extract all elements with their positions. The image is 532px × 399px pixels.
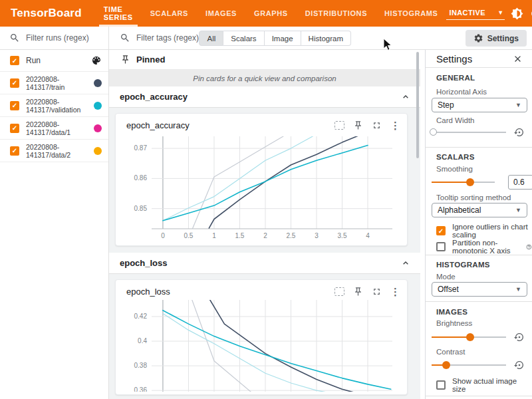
settings-panel-header: Settings bbox=[426, 50, 532, 67]
reset-icon[interactable] bbox=[514, 332, 525, 342]
chevron-up-icon[interactable] bbox=[400, 258, 411, 269]
card-actions: ⋮ bbox=[334, 120, 400, 130]
help-icon[interactable] bbox=[526, 243, 532, 251]
more-menu-icon[interactable]: ⋮ bbox=[390, 121, 400, 130]
run-color-dot bbox=[94, 102, 102, 110]
fullscreen-icon[interactable] bbox=[372, 287, 382, 297]
svg-text:1: 1 bbox=[212, 232, 216, 239]
fit-domain-icon[interactable] bbox=[334, 287, 344, 296]
cards-main-area: Pinned Pin cards for a quick view and co… bbox=[109, 50, 420, 399]
brightness-slider[interactable] bbox=[432, 332, 506, 342]
svg-text:0.87: 0.87 bbox=[134, 144, 148, 152]
chevron-down-icon: ▼ bbox=[515, 286, 521, 293]
filter-histogram-button[interactable]: Histogram bbox=[301, 31, 351, 46]
run-name: 20220808-141317/train bbox=[26, 75, 65, 91]
runs-header-row: Run bbox=[0, 50, 108, 72]
partition-x-axis-checkbox[interactable] bbox=[436, 242, 446, 251]
filter-image-button[interactable]: Image bbox=[265, 31, 301, 46]
histogram-mode-label: Mode bbox=[436, 273, 456, 281]
ignore-outliers-checkbox[interactable] bbox=[436, 226, 446, 235]
run-row-data-1[interactable]: 20220808-141317/data/1 bbox=[0, 117, 108, 140]
tab-histograms[interactable]: HISTOGRAMS bbox=[376, 0, 446, 27]
show-actual-size-checkbox[interactable] bbox=[436, 380, 446, 390]
epoch-accuracy-chart[interactable]: 00.511.522.533.540.850.860.87 bbox=[116, 134, 395, 243]
search-icon bbox=[120, 33, 130, 43]
horizontal-axis-label: Horizontal Axis bbox=[436, 88, 487, 96]
tab-scalars[interactable]: SCALARS bbox=[142, 0, 197, 27]
more-menu-icon[interactable]: ⋮ bbox=[390, 287, 400, 296]
images-heading: IMAGES bbox=[436, 308, 467, 316]
status-dropdown[interactable]: INACTIVE ▼ bbox=[446, 7, 505, 20]
chevron-down-icon: ▼ bbox=[497, 9, 503, 16]
palette-icon[interactable] bbox=[91, 55, 102, 66]
chevron-up-icon[interactable] bbox=[400, 92, 411, 102]
histogram-mode-value: Offset bbox=[438, 285, 459, 294]
card-title: epoch_loss bbox=[126, 287, 170, 297]
svg-text:1.5: 1.5 bbox=[235, 232, 245, 239]
section-epoch-loss[interactable]: epoch_loss bbox=[109, 253, 420, 274]
theme-brightness-icon[interactable] bbox=[511, 7, 523, 20]
reset-icon[interactable] bbox=[514, 360, 525, 370]
card-actions: ⋮ bbox=[334, 287, 400, 297]
card-width-slider[interactable] bbox=[432, 128, 506, 137]
run-checkbox[interactable] bbox=[10, 146, 19, 156]
select-all-runs-checkbox[interactable] bbox=[10, 56, 19, 65]
horizontal-axis-select[interactable]: Step ▼ bbox=[432, 98, 527, 112]
svg-text:0.85: 0.85 bbox=[134, 205, 148, 212]
tensorboard-logo: TensorBoard bbox=[0, 7, 95, 20]
smoothing-slider[interactable] bbox=[432, 178, 495, 187]
contrast-slider[interactable] bbox=[432, 360, 506, 370]
run-checkbox[interactable] bbox=[10, 124, 19, 133]
gear-icon bbox=[473, 33, 483, 43]
reset-icon[interactable] bbox=[514, 127, 525, 138]
general-heading: GENERAL bbox=[436, 74, 475, 82]
refresh-icon[interactable] bbox=[529, 7, 532, 20]
section-epoch-accuracy[interactable]: epoch_accuracy bbox=[109, 86, 420, 108]
ignore-outliers-row[interactable]: Ignore outliers in chart scaling bbox=[436, 223, 532, 239]
settings-panel: Settings GENERAL Horizontal Axis Step ▼ … bbox=[425, 50, 532, 399]
run-row-train[interactable]: 20220808-141317/train bbox=[0, 72, 108, 94]
filter-scalars-button[interactable]: Scalars bbox=[223, 31, 264, 46]
smoothing-value-input[interactable] bbox=[508, 175, 532, 190]
divider bbox=[426, 255, 532, 255]
tooltip-sorting-select[interactable]: Alphabetical ▼ bbox=[432, 203, 527, 217]
main-scrollbar-thumb[interactable] bbox=[416, 52, 419, 158]
tab-images[interactable]: IMAGES bbox=[197, 0, 245, 27]
runs-filter-input[interactable] bbox=[26, 33, 99, 43]
filter-all-button[interactable]: All bbox=[199, 31, 223, 46]
chevron-down-icon: ▼ bbox=[515, 207, 521, 213]
runs-sidebar: Run 20220808-141317/train 20220808-14131… bbox=[0, 50, 109, 399]
scalars-heading: SCALARS bbox=[436, 153, 475, 161]
tag-filter-bar: All Scalars Image Histogram Settings bbox=[109, 27, 532, 50]
epoch-loss-chart[interactable]: 0.420.40.380.36 bbox=[116, 300, 395, 392]
svg-text:3.5: 3.5 bbox=[338, 232, 347, 239]
pin-cards-hint: Pin cards for a quick view and compariso… bbox=[109, 70, 420, 86]
run-checkbox[interactable] bbox=[10, 78, 19, 88]
run-name: 20220808-141317/data/1 bbox=[26, 120, 70, 136]
accuracy-card-zone: epoch_accuracy ⋮ 00.511.522.533.540.850.… bbox=[109, 108, 420, 253]
fullscreen-icon[interactable] bbox=[372, 120, 382, 130]
svg-text:0.42: 0.42 bbox=[134, 313, 148, 320]
svg-text:3: 3 bbox=[315, 232, 319, 239]
tab-graphs[interactable]: GRAPHS bbox=[245, 0, 297, 27]
run-row-validation[interactable]: 20220808-141317/validation bbox=[0, 94, 108, 117]
svg-text:4: 4 bbox=[366, 232, 370, 239]
fit-domain-icon[interactable] bbox=[334, 121, 344, 130]
histogram-mode-select[interactable]: Offset ▼ bbox=[432, 282, 527, 297]
partition-x-axis-row[interactable]: Partition non-monotonic X axis bbox=[436, 239, 532, 255]
show-actual-size-row[interactable]: Show actual image size bbox=[436, 377, 532, 393]
run-row-data-2[interactable]: 20220808-141317/data/2 bbox=[0, 140, 108, 162]
svg-text:2: 2 bbox=[263, 232, 267, 239]
pin-icon[interactable] bbox=[353, 120, 363, 130]
dashboard-tabs: TIME SERIES SCALARS IMAGES GRAPHS DISTRI… bbox=[95, 0, 447, 27]
settings-button[interactable]: Settings bbox=[466, 30, 527, 47]
run-checkbox[interactable] bbox=[10, 101, 19, 110]
divider bbox=[426, 147, 532, 148]
pin-icon[interactable] bbox=[353, 287, 363, 297]
svg-text:2.5: 2.5 bbox=[287, 232, 296, 239]
smoothing-slider-row bbox=[432, 178, 495, 187]
close-icon[interactable] bbox=[513, 54, 523, 64]
chevron-down-icon: ▼ bbox=[515, 102, 521, 108]
tab-distributions[interactable]: DISTRIBUTIONS bbox=[297, 0, 376, 27]
tab-time-series[interactable]: TIME SERIES bbox=[95, 0, 142, 27]
